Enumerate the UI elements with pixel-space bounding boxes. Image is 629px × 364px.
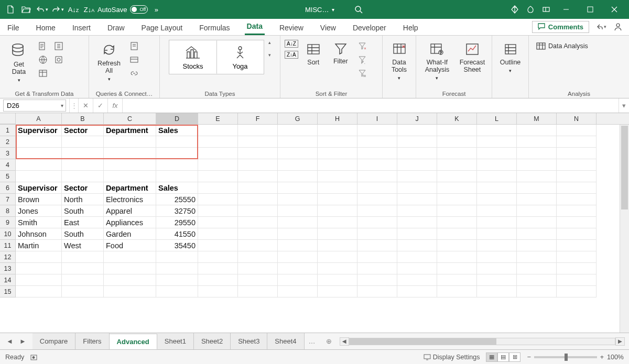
row-header[interactable]: 1 [0,125,16,136]
tab-developer[interactable]: Developer [351,20,388,35]
get-data-button[interactable]: Get Data▾ [4,40,34,85]
sheet-tab-sheet2[interactable]: Sheet2 [194,333,231,349]
zoom-out-icon[interactable]: − [527,354,530,361]
sort-button[interactable]: Sort [301,40,326,68]
tab-data[interactable]: Data [245,19,265,35]
tab-insert[interactable]: Insert [70,20,93,35]
advanced-filter-icon[interactable] [356,67,368,80]
from-text-icon[interactable] [37,40,49,52]
tab-draw[interactable]: Draw [105,20,127,35]
col-header-I[interactable]: I [357,113,397,124]
cell[interactable]: Supervisor [16,125,62,136]
maximize-button[interactable] [579,0,602,19]
cell[interactable]: Department [104,125,156,136]
sheet-tab-advanced[interactable]: Advanced [110,334,157,350]
col-header-J[interactable]: J [397,113,437,124]
redo-icon[interactable]: ▾ [50,2,65,17]
cancel-icon[interactable]: ✕ [79,98,93,113]
datatype-next[interactable]: ▾ [268,52,271,58]
queries-icon[interactable] [128,40,140,52]
coming-soon-icon[interactable] [523,2,538,17]
account-icon[interactable] [611,20,625,34]
clear-filter-icon[interactable] [356,40,368,52]
yoga-button[interactable]: Yoga [216,40,264,74]
comments-button[interactable]: Comments [532,21,589,33]
add-sheet-button[interactable]: ⊕ [323,337,335,345]
tab-formulas[interactable]: Formulas [197,20,232,35]
search-icon[interactable] [348,5,369,14]
close-button[interactable] [603,0,626,19]
from-web-icon[interactable] [37,53,49,66]
col-header-L[interactable]: L [477,113,517,124]
display-settings-button[interactable]: Display Settings [424,354,480,361]
existing-conn-icon[interactable] [52,53,65,66]
undo-icon[interactable]: ▾ [35,2,49,17]
tab-review[interactable]: Review [277,20,306,35]
data-analysis-button[interactable]: Data Analysis [533,40,591,52]
col-header-K[interactable]: K [437,113,477,124]
edit-links-icon[interactable] [128,67,140,80]
refresh-all-button[interactable]: Refresh All▾ [93,40,125,84]
view-page-layout-button[interactable]: ▤ [497,352,509,362]
fx-icon[interactable]: fx [108,98,123,113]
col-header-G[interactable]: G [278,113,318,124]
sheet-nav-prev[interactable]: ◄ [6,337,13,345]
reapply-icon[interactable] [356,53,368,66]
sheet-tab-sheet4[interactable]: Sheet4 [267,333,304,349]
col-header-F[interactable]: F [238,113,278,124]
minimize-button[interactable] [555,0,578,19]
select-all-corner[interactable] [0,113,16,124]
col-header-D[interactable]: D [156,113,198,124]
forecast-sheet-button[interactable]: Forecast Sheet [457,40,487,75]
filter-button[interactable]: Filter [329,40,353,67]
zoom-slider[interactable]: − + 100% [527,354,624,361]
tab-home[interactable]: Home [34,20,58,35]
horizontal-scrollbar[interactable]: ◄ ► [340,337,625,346]
sort-za-button[interactable]: Z↓A [285,51,298,59]
formula-expand-icon[interactable]: ▾ [619,98,629,113]
sheets-overflow[interactable]: … [305,337,320,345]
tab-view[interactable]: View [318,20,338,35]
col-header-C[interactable]: C [104,113,156,124]
share-button[interactable]: ▾ [593,20,607,34]
col-header-B[interactable]: B [62,113,104,124]
qat-overflow[interactable]: » [149,2,164,17]
col-header-E[interactable]: E [198,113,238,124]
sheet-tab-sheet1[interactable]: Sheet1 [157,333,194,349]
spreadsheet-grid[interactable]: A B C D E F G H I J K L M N 1 Supervisor… [0,113,629,333]
tab-file[interactable]: File [5,20,21,35]
autosave-toggle[interactable]: AutoSave Off [97,5,148,14]
tab-page-layout[interactable]: Page Layout [139,20,185,35]
sheet-tab-filters[interactable]: Filters [75,333,109,349]
data-tools-button[interactable]: Data Tools▾ [387,40,411,83]
zoom-level[interactable]: 100% [607,354,624,361]
new-file-icon[interactable] [3,2,18,17]
enter-icon[interactable]: ✓ [93,98,108,113]
sort-az-button[interactable]: A↓Z [285,40,298,48]
diamond-icon[interactable] [507,2,522,17]
col-header-N[interactable]: N [557,113,597,124]
cell[interactable]: Sector [62,125,104,136]
tab-help[interactable]: Help [401,20,420,35]
zoom-in-icon[interactable]: + [600,354,604,361]
col-header-M[interactable]: M [517,113,557,124]
recent-sources-icon[interactable] [52,40,65,52]
filename[interactable]: MISC… ▾ [302,6,338,14]
ribbon-options-icon[interactable] [539,2,554,17]
col-header-A[interactable]: A [16,113,62,124]
datatype-prev[interactable]: ▴ [268,40,271,45]
sort-asc-icon[interactable]: A↓Z [66,2,81,17]
sheet-tab-compare[interactable]: Compare [32,333,75,349]
macro-record-icon[interactable] [30,354,39,361]
view-page-break-button[interactable]: ⊞ [509,352,520,362]
vertical-scrollbar[interactable] [620,125,629,333]
properties-icon[interactable] [128,53,140,66]
stocks-button[interactable]: Stocks [169,40,216,74]
open-file-icon[interactable] [19,2,34,17]
sheet-tab-sheet3[interactable]: Sheet3 [231,333,267,349]
sheet-nav-next[interactable]: ► [19,337,26,345]
col-header-H[interactable]: H [318,113,357,124]
formula-input[interactable] [123,98,619,113]
outline-button[interactable]: Outline▾ [496,40,524,75]
whatif-button[interactable]: ? What-If Analysis▾ [420,40,454,83]
